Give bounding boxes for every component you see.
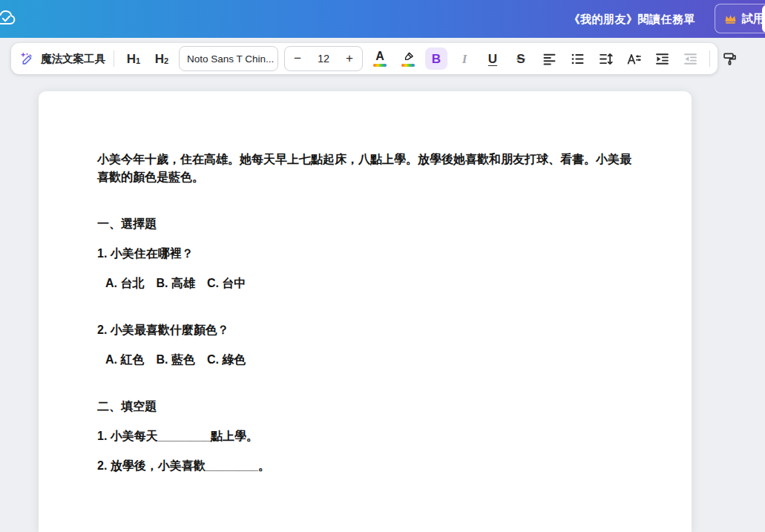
font-size-value[interactable]: 12 [318, 53, 329, 65]
toolbar-divider [709, 50, 710, 67]
trial-button-label: 試用 [742, 12, 764, 26]
bullet-list-button[interactable] [566, 47, 588, 70]
bold-button[interactable]: B [425, 47, 447, 70]
trial-button[interactable]: 試用 [715, 4, 765, 33]
text-options-button[interactable] [623, 47, 645, 70]
indent-increase-button[interactable] [651, 47, 673, 70]
indent-increase-icon [654, 51, 670, 67]
line-spacing-button[interactable] [594, 47, 617, 70]
doc-answer-options[interactable]: A. 台北 B. 高雄 C. 台中 [97, 275, 633, 292]
doc-question[interactable]: 1. 小美住在哪裡？ [97, 245, 633, 263]
doc-section-heading[interactable]: 二、填空題 [97, 398, 633, 416]
doc-answer-options[interactable]: A. 紅色 B. 藍色 C. 綠色 [97, 351, 633, 369]
doc-fill-in-blank[interactable]: 1. 小美每天________點上學。 [97, 427, 633, 445]
italic-button[interactable]: I [453, 47, 476, 70]
doc-paragraph[interactable]: 小美今年十歲，住在高雄。她每天早上七點起床，八點上學。放學後她喜歡和朋友打球、看… [97, 151, 633, 186]
heading1-button[interactable]: H1 [122, 47, 145, 70]
magic-write-button[interactable]: 魔法文案工具 [19, 51, 105, 67]
indent-decrease-button[interactable] [679, 47, 701, 70]
doc-question[interactable]: 2. 小美最喜歡什麼顏色？ [97, 321, 633, 339]
underline-button[interactable]: U [482, 47, 504, 70]
rainbow-underline [373, 64, 387, 67]
doc-fill-in-blank[interactable]: 2. 放學後，小美喜歡________。 [97, 457, 633, 475]
cutoff-button-edge[interactable] [762, 5, 765, 33]
document-page[interactable]: 小美今年十歲，住在高雄。她每天早上七點起床，八點上學。放學後她喜歡和朋友打球、看… [39, 91, 692, 532]
text-settings-icon [626, 51, 642, 67]
paint-roller-icon [722, 51, 738, 67]
heading2-button[interactable]: H2 [151, 47, 173, 70]
top-bar: 《我的朋友》閱讀任務單 試用 [0, 0, 765, 38]
toolbar-divider [114, 50, 114, 67]
font-size-control: − 12 + [284, 46, 363, 71]
highlight-button[interactable] [397, 47, 419, 70]
align-left-icon [542, 51, 557, 67]
font-size-increase-button[interactable]: + [346, 51, 353, 66]
font-family-value: Noto Sans T Chin... [187, 53, 274, 65]
document-title[interactable]: 《我的朋友》閱讀任務單 [569, 12, 696, 26]
magic-pencil-icon [19, 51, 35, 67]
line-spacing-icon [598, 51, 614, 67]
indent-decrease-icon [683, 51, 698, 67]
format-painter-button[interactable] [718, 47, 741, 70]
align-button[interactable] [538, 47, 560, 70]
font-family-select[interactable]: Noto Sans T Chin... [179, 46, 278, 71]
font-size-decrease-button[interactable]: − [294, 51, 301, 66]
doc-section-heading[interactable]: 一、選擇題 [97, 215, 633, 233]
bullet-list-icon [570, 51, 585, 67]
formatting-toolbar: 魔法文案工具 H1 H2 Noto Sans T Chin... − 12 + … [11, 43, 718, 74]
text-color-button[interactable]: A [369, 47, 391, 70]
highlighter-icon [402, 51, 415, 62]
crown-icon [724, 13, 737, 24]
cloud-check-icon [0, 7, 17, 29]
magic-write-label: 魔法文案工具 [41, 52, 105, 66]
rainbow-underline [401, 64, 415, 67]
strikethrough-button[interactable]: S [510, 47, 532, 70]
